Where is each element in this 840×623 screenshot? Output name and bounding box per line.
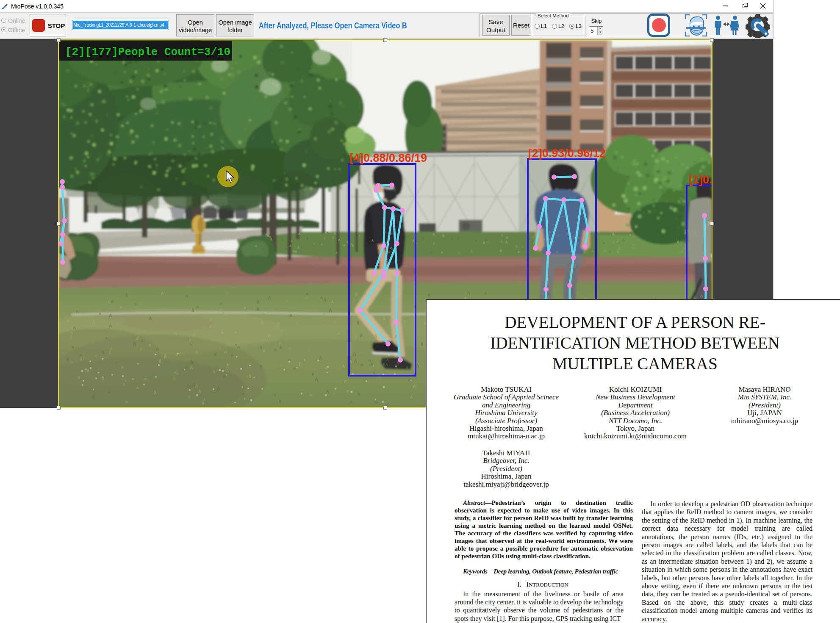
svg-text:[1]0.: [1]0. <box>689 173 712 186</box>
svg-text:[4]0.88/0.86/19: [4]0.88/0.86/19 <box>349 152 427 164</box>
svg-text:[2][177]People Count=3/10: [2][177]People Count=3/10 <box>65 46 230 58</box>
svg-text:[2]0.93/0.96/12: [2]0.93/0.96/12 <box>528 147 606 160</box>
